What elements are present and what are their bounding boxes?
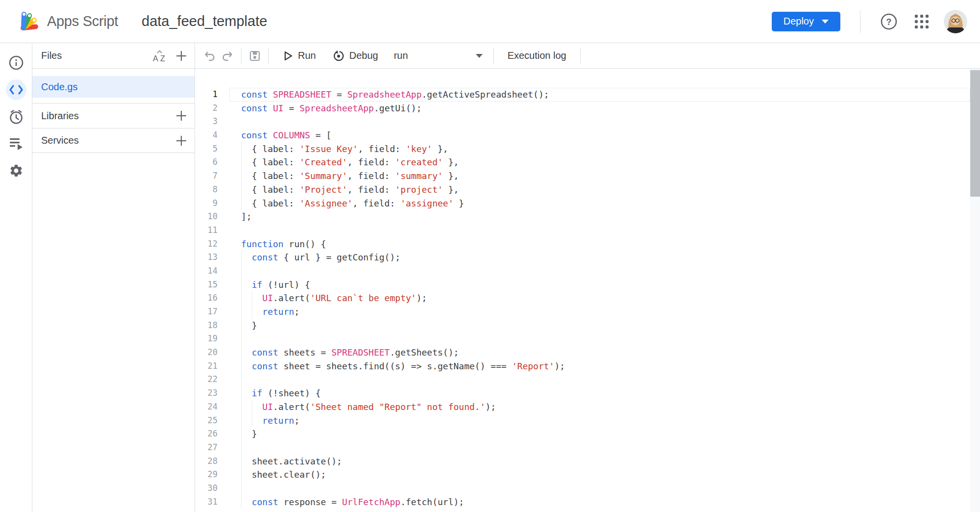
deploy-button[interactable]: Deploy: [772, 12, 840, 31]
line-number[interactable]: 17: [195, 305, 229, 319]
line-number[interactable]: 2: [195, 102, 229, 115]
code-line-content[interactable]: [229, 482, 970, 495]
project-title[interactable]: data_feed_template: [142, 13, 267, 29]
line-number[interactable]: 13: [195, 251, 229, 264]
function-select[interactable]: run: [389, 47, 490, 64]
code-line-content[interactable]: [229, 441, 970, 455]
line-number[interactable]: 26: [195, 427, 229, 441]
line-number[interactable]: 16: [195, 291, 229, 305]
line-number[interactable]: 19: [195, 332, 229, 346]
scrollbar-track[interactable]: [970, 69, 980, 512]
code-token: const: [252, 497, 278, 507]
scrollbar-thumb[interactable]: [970, 70, 980, 197]
code-token: if: [252, 388, 263, 398]
rail-item-editor[interactable]: [2, 76, 30, 103]
code-token: },: [432, 144, 448, 154]
line-number[interactable]: 12: [195, 237, 229, 251]
add-service-button[interactable]: [175, 134, 188, 147]
apps-script-logo-icon[interactable]: [19, 10, 41, 33]
code-line-content[interactable]: UI.alert('URL can`t be empty');: [229, 291, 970, 305]
code-line-content[interactable]: { label: 'Assignee', field: 'assignee' }: [229, 197, 970, 210]
code-line-content[interactable]: UI.alert('Sheet named "Report" not found…: [229, 400, 970, 414]
code-line-content[interactable]: const sheet = sheets.find((s) => s.getNa…: [229, 359, 970, 373]
code-line-content[interactable]: return;: [229, 414, 970, 428]
avatar[interactable]: [944, 10, 967, 33]
code-line-content[interactable]: const UI = SpreadsheetApp.getUi();: [229, 102, 970, 115]
code-line-content[interactable]: { label: 'Created', field: 'created' },: [229, 155, 970, 169]
apps-grid-button[interactable]: [914, 14, 929, 29]
line-number[interactable]: 24: [195, 400, 229, 414]
code-line-content[interactable]: [229, 332, 970, 346]
line-number[interactable]: 20: [195, 346, 229, 359]
line-number[interactable]: 1: [195, 88, 229, 102]
help-button[interactable]: ?: [880, 13, 898, 30]
indent-guide: [241, 155, 242, 169]
line-number[interactable]: 8: [195, 183, 229, 197]
code-line-content[interactable]: [229, 373, 970, 386]
run-button[interactable]: Run: [279, 47, 320, 64]
line-number[interactable]: 27: [195, 441, 229, 455]
line-number[interactable]: 30: [195, 482, 229, 495]
rail-item-triggers[interactable]: [2, 103, 30, 130]
line-number[interactable]: 18: [195, 319, 229, 333]
code-line-content[interactable]: { label: 'Issue Key', field: 'key' },: [229, 142, 970, 156]
undo-button[interactable]: [200, 48, 219, 64]
line-number[interactable]: 25: [195, 414, 229, 428]
code-editor[interactable]: 1const SPREADSHEET = SpreadsheetApp.getA…: [195, 69, 980, 512]
line-number[interactable]: 21: [195, 359, 229, 373]
debug-icon: [333, 50, 344, 62]
line-number[interactable]: 23: [195, 386, 229, 400]
line-number[interactable]: 7: [195, 169, 229, 183]
execution-log-button[interactable]: Execution log: [504, 47, 570, 64]
save-button[interactable]: [245, 48, 264, 64]
line-number[interactable]: 14: [195, 264, 229, 278]
code-line-content[interactable]: [229, 224, 970, 237]
code-line-content[interactable]: }: [229, 427, 970, 441]
line-number[interactable]: 6: [195, 155, 229, 169]
code-line-content[interactable]: [229, 115, 970, 128]
code-token: UrlFetchApp: [342, 497, 400, 507]
section-libraries[interactable]: Libraries: [32, 103, 195, 128]
indent-guide: [241, 142, 242, 156]
section-services[interactable]: Services: [32, 128, 195, 153]
line-number[interactable]: 15: [195, 278, 229, 292]
code-line-content[interactable]: [229, 264, 970, 278]
code-line-content[interactable]: if (!sheet) {: [229, 386, 970, 400]
code-line-content[interactable]: const SPREADSHEET = SpreadsheetApp.getAc…: [229, 88, 970, 102]
line-number[interactable]: 9: [195, 197, 229, 210]
add-library-button[interactable]: [175, 109, 188, 122]
files-panel-header: Files A Z: [32, 43, 195, 69]
line-number[interactable]: 3: [195, 115, 229, 128]
line-number[interactable]: 28: [195, 455, 229, 468]
line-number[interactable]: 11: [195, 224, 229, 237]
code-line-content[interactable]: function run() {: [229, 237, 970, 251]
sort-files-button[interactable]: A Z: [152, 50, 167, 62]
line-number[interactable]: 5: [195, 142, 229, 156]
code-line-content[interactable]: if (!url) {: [229, 278, 970, 292]
code-line-content[interactable]: const { url } = getConfig();: [229, 251, 970, 264]
line-number[interactable]: 22: [195, 373, 229, 386]
code-line-content[interactable]: const COLUMNS = [: [229, 128, 970, 142]
rail-item-overview[interactable]: [2, 49, 30, 76]
line-number[interactable]: 31: [195, 495, 229, 509]
debug-button[interactable]: Debug: [329, 47, 382, 65]
file-item-code-gs[interactable]: Code.gs: [32, 76, 195, 98]
line-number[interactable]: 10: [195, 210, 229, 224]
add-file-button[interactable]: [175, 50, 188, 62]
code-line-content[interactable]: sheet.activate();: [229, 455, 970, 468]
rail-item-executions[interactable]: [2, 130, 30, 157]
code-line-content[interactable]: return;: [229, 305, 970, 319]
code-line: 9 { label: 'Assignee', field: 'assignee'…: [195, 197, 980, 210]
code-line-content[interactable]: const response = UrlFetchApp.fetch(url);: [229, 495, 970, 509]
line-number[interactable]: 29: [195, 468, 229, 482]
code-line-content[interactable]: sheet.clear();: [229, 468, 970, 482]
code-line-content[interactable]: const sheets = SPREADSHEET.getSheets();: [229, 346, 970, 359]
code-line-content[interactable]: }: [229, 319, 970, 333]
rail-item-settings[interactable]: [2, 157, 30, 184]
code-line-content[interactable]: { label: 'Summary', field: 'summary' },: [229, 169, 970, 183]
code-token: }: [454, 198, 465, 208]
line-number[interactable]: 4: [195, 128, 229, 142]
code-line-content[interactable]: { label: 'Project', field: 'project' },: [229, 183, 970, 197]
redo-button[interactable]: [219, 48, 237, 64]
code-line-content[interactable]: ];: [229, 210, 970, 224]
